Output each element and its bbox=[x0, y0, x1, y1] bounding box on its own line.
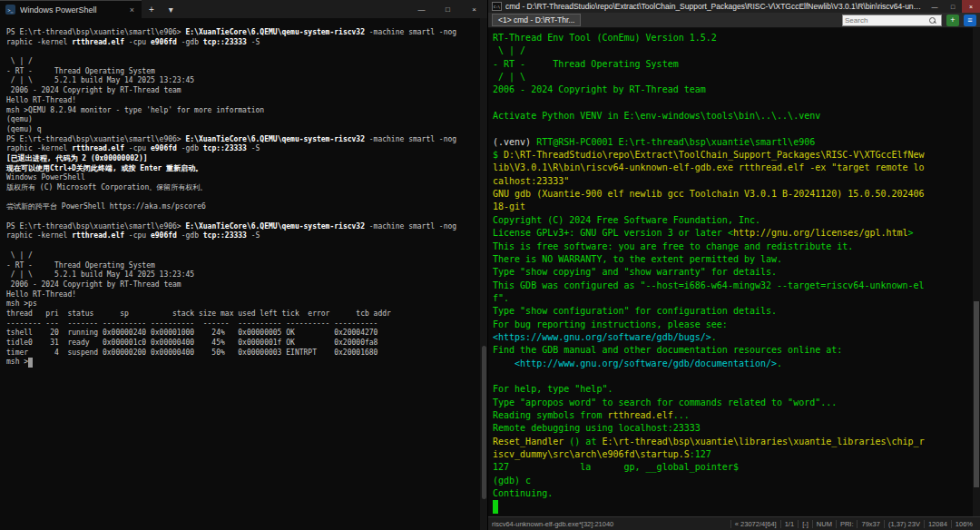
terminal-line: Hello RT-Thread! bbox=[6, 290, 480, 300]
maximize-button[interactable]: □ bbox=[435, 0, 461, 18]
gdb-terminal-output[interactable]: RT-Thread Env Tool (ConEmu) Version 1.5.… bbox=[488, 28, 973, 516]
text-segment: - RT - Thread Operating System bbox=[6, 261, 155, 270]
terminal-line: This is free software: you are free to c… bbox=[493, 240, 973, 253]
menu-button[interactable]: ≡ bbox=[964, 15, 976, 26]
terminal-line: [已退出进程, 代码为 2 (0x00000002)] bbox=[6, 154, 480, 164]
text-segment: -machine smartl -nog bbox=[365, 222, 456, 231]
terminal-line: - RT - Thread Operating System bbox=[6, 261, 480, 271]
terminal-line: 2006 - 2024 Copyright by RT-Thread team bbox=[6, 280, 480, 290]
close-button[interactable]: × bbox=[461, 0, 487, 18]
terminal-line: PS E:\rt-thread\bsp\xuantie\smartl\e906>… bbox=[6, 28, 480, 38]
text-segment: timer 4 suspend 0x00000200 0x00000400 50… bbox=[6, 348, 377, 357]
search-icon[interactable] bbox=[928, 16, 936, 25]
text-segment: Type "show copying" and "show warranty" … bbox=[493, 267, 777, 277]
terminal-line: calhost:23333" bbox=[493, 175, 973, 188]
tab-windows-powershell[interactable]: >_ Windows PowerShell × bbox=[0, 0, 142, 18]
text-segment: raphic -kernel bbox=[6, 231, 72, 240]
text-segment: \ | / bbox=[6, 57, 33, 65]
text-segment: PS E:\rt-thread\bsp\xuantie\smartl\e906> bbox=[6, 28, 185, 36]
text-segment: This is free software: you are free to c… bbox=[493, 241, 853, 251]
text-segment: rtthread.elf bbox=[72, 231, 124, 240]
terminal-line: Windows PowerShell bbox=[6, 173, 480, 183]
text-segment: tcp::23333 bbox=[203, 231, 247, 240]
terminal-line: Remote debugging using localhost:23333 bbox=[493, 422, 973, 435]
text-segment: e906fd bbox=[151, 38, 177, 46]
terminal-line: (qemu) bbox=[6, 115, 480, 125]
text-segment: 版权所有 (C) Microsoft Corporation。保留所有权利。 bbox=[6, 183, 207, 191]
text-segment: <https://www.gnu.org/software/gdb/bugs/> bbox=[493, 332, 711, 342]
text-segment: / | \ 5.2.1 build May 14 2025 13:23:45 bbox=[6, 270, 194, 279]
text-segment bbox=[493, 358, 514, 368]
text-segment: / | \ bbox=[493, 72, 525, 82]
maximize-button[interactable]: □ bbox=[944, 0, 962, 13]
text-segment: raphic -kernel bbox=[6, 38, 72, 46]
tab-title: Windows PowerShell bbox=[20, 5, 123, 15]
tab-cmd-gdb[interactable]: <1> cmd - D:\RT-Thr... bbox=[492, 14, 581, 26]
terminal-line: - RT - Thread Operating System bbox=[493, 58, 973, 71]
text-segment: -gdb bbox=[177, 144, 203, 152]
text-segment: $ bbox=[493, 150, 504, 160]
tab-dropdown-icon[interactable]: ▾ bbox=[162, 0, 181, 18]
powershell-terminal-output[interactable]: PS E:\rt-thread\bsp\xuantie\smartl\e906>… bbox=[0, 18, 480, 530]
terminal-line: There is NO WARRANTY, to the extent perm… bbox=[493, 253, 973, 266]
right-scrollbar-thumb[interactable] bbox=[974, 301, 979, 486]
text-segment: Windows PowerShell bbox=[6, 173, 85, 182]
text-segment: E:\rt-thread\bsp\xuantie\smartl\e906 bbox=[618, 137, 815, 147]
text-segment: tshell 20 running 0x00000240 0x00001000 … bbox=[6, 329, 377, 337]
terminal-line: 尝试新的跨平台 PowerShell https://aka.ms/pscore… bbox=[6, 202, 480, 212]
conemu-window: C:\ cmd - D:\RT-ThreadStudio\repo\Extrac… bbox=[487, 0, 980, 530]
window-title: cmd - D:\RT-ThreadStudio\repo\Extract\To… bbox=[505, 2, 922, 11]
terminal-line: raphic -kernel rtthread.elf -cpu e906fd … bbox=[6, 144, 480, 154]
text-segment: D:\RT-ThreadStudio\repo\Extract\ToolChai… bbox=[504, 150, 925, 160]
minimize-button[interactable]: — bbox=[926, 0, 944, 13]
terminal-line: tshell 20 running 0x00000240 0x00001000 … bbox=[6, 329, 480, 339]
text-segment: -gdb bbox=[177, 38, 203, 46]
conemu-tabbar: <1> cmd - D:\RT-Thr... + ≡ bbox=[488, 13, 980, 28]
text-segment: () at bbox=[564, 437, 602, 447]
new-tab-button[interactable]: + bbox=[142, 0, 162, 18]
terminal-line bbox=[6, 241, 480, 251]
text-segment: [已退出进程, 代码为 2 (0x00000002)] bbox=[6, 154, 148, 162]
text-segment: e906fd bbox=[151, 144, 177, 152]
text-segment: -cpu bbox=[124, 144, 151, 152]
text-segment: PS E:\rt-thread\bsp\xuantie\smartl\e906> bbox=[6, 135, 185, 143]
text-segment: rtthread.elf bbox=[72, 38, 124, 46]
search-input[interactable] bbox=[845, 16, 928, 25]
new-console-button[interactable]: + bbox=[946, 15, 959, 26]
text-segment: -cpu bbox=[124, 38, 151, 46]
text-segment: -cpu bbox=[124, 231, 151, 240]
terminal-line: f". bbox=[493, 292, 973, 305]
text-segment bbox=[28, 358, 33, 368]
terminal-line: Reading symbols from rtthread.elf... bbox=[493, 409, 973, 422]
tab-close-icon[interactable]: × bbox=[128, 5, 136, 15]
left-scrollbar-thumb[interactable] bbox=[482, 346, 486, 499]
terminal-line: For help, type "help". bbox=[493, 383, 973, 396]
minimize-button[interactable]: — bbox=[408, 0, 435, 18]
terminal-line bbox=[6, 212, 480, 222]
terminal-line: (qemu) q bbox=[6, 125, 480, 135]
status-segment: 12084 bbox=[924, 520, 951, 528]
text-segment: msh >QEMU 8.2.94 monitor - type 'help' f… bbox=[6, 106, 264, 114]
text-segment: \ | / bbox=[6, 251, 33, 260]
right-scrollbar[interactable] bbox=[973, 28, 980, 516]
close-button[interactable]: × bbox=[962, 0, 980, 13]
text-segment: 2006 - 2024 Copyright by RT-Thread team bbox=[493, 84, 706, 94]
terminal-line: Type "show configuration" for configurat… bbox=[493, 305, 973, 318]
text-segment: 尝试新的跨平台 PowerShell https://aka.ms/pscore… bbox=[6, 202, 206, 211]
terminal-line: Type "show copying" and "show warranty" … bbox=[493, 266, 973, 279]
terminal-line bbox=[6, 193, 480, 203]
text-segment: E:\XuanTieCore\6.QEMU\qemu-system-riscv3… bbox=[185, 135, 364, 143]
terminal-line: Type "apropos word" to search for comman… bbox=[493, 397, 973, 409]
terminal-line: RT-Thread Env Tool (ConEmu) Version 1.5.… bbox=[493, 32, 973, 44]
terminal-line: Copyright (C) 2024 Free Software Foundat… bbox=[493, 214, 973, 227]
left-scrollbar[interactable] bbox=[480, 18, 487, 530]
conemu-statusbar: riscv64-unknown-elf-gdb.exe*[32]:21040 «… bbox=[488, 516, 980, 530]
terminal-line bbox=[493, 370, 973, 383]
terminal-line bbox=[6, 47, 480, 57]
terminal-line: 版权所有 (C) Microsoft Corporation。保留所有权利。 bbox=[6, 183, 480, 193]
terminal-line: msh >ps bbox=[6, 299, 480, 309]
terminal-line: -------- --- ------- ---------- --------… bbox=[6, 319, 480, 329]
status-segment: 106% bbox=[951, 520, 976, 528]
terminal-line: \ | / bbox=[6, 57, 480, 67]
status-segment: « 23072/4[64] bbox=[730, 520, 780, 528]
